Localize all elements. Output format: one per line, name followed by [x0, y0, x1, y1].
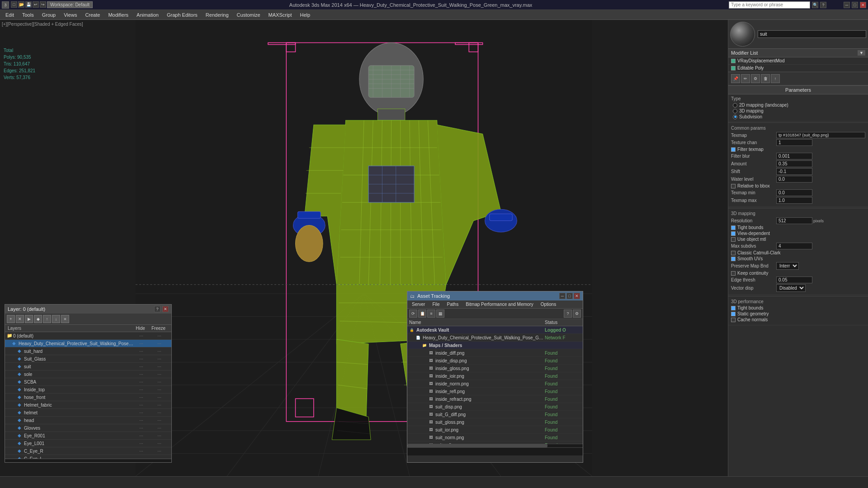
view-dependent-cb[interactable] [731, 231, 736, 236]
layer-select-btn[interactable]: ◆ [34, 315, 42, 323]
asset-close-btn[interactable]: ✕ [574, 293, 580, 299]
use-object-mtl-cb[interactable] [731, 237, 736, 242]
static-geometry-cb[interactable] [731, 312, 736, 316]
layer-row[interactable]: ◆Glovves······ [5, 424, 171, 432]
asset-menu-server[interactable]: Server [409, 301, 428, 307]
workspace-selector[interactable]: Workspace: Default [47, 1, 93, 8]
layer-row[interactable]: ◆suit_hard······ [5, 347, 171, 355]
layer-row[interactable]: ◆sole······ [5, 371, 171, 378]
modifier-list-dropdown-btn[interactable]: ▼ [858, 50, 865, 56]
asset-btn1[interactable]: ⟳ [409, 310, 417, 318]
asset-row[interactable]: 🖼inside_norm.pngFound [407, 380, 583, 388]
classic-catmull-cb[interactable] [731, 251, 736, 255]
layer-new-btn[interactable]: + [7, 315, 15, 323]
layer-row[interactable]: 📁0 (default)······ [5, 332, 171, 340]
radio-2d-mapping[interactable]: 2D mapping (landscape) [733, 103, 865, 108]
asset-row[interactable]: 🖼suit_G_diff.pngFound [407, 411, 583, 418]
radio-3d-mapping[interactable]: 3D mapping [733, 108, 865, 113]
menu-customize[interactable]: Customize [233, 11, 264, 19]
maximize-btn[interactable]: □ [852, 2, 858, 8]
radio-subdivision[interactable]: Subdivision [733, 114, 865, 119]
menu-help[interactable]: Help [297, 11, 314, 19]
asset-restore-btn[interactable]: □ [566, 293, 573, 299]
layer-row[interactable]: ◆Helmet_fabric······ [5, 401, 171, 409]
asset-row[interactable]: 🔒Autodesk VaultLogged O [407, 326, 583, 334]
modifier-vray-disp[interactable]: VRayDisplacementMod [728, 57, 868, 65]
menu-edit[interactable]: Edit [2, 11, 18, 19]
mod-config-btn[interactable]: ⚙ [751, 74, 760, 83]
mod-edit-btn[interactable]: ✏ [741, 74, 750, 83]
radio-3d-dot[interactable] [733, 109, 737, 113]
menu-maxscript[interactable]: MAXScript [265, 11, 296, 19]
layer-row[interactable]: ◆C_Eye_R······ [5, 447, 171, 455]
radio-2d-dot[interactable] [733, 103, 737, 108]
layer-add-btn[interactable]: ▶ [25, 315, 33, 323]
layers-close-btn[interactable]: ✕ [162, 306, 169, 312]
close-btn[interactable]: ✕ [860, 2, 866, 8]
perf-tight-bounds-cb[interactable] [731, 306, 736, 310]
menu-tools[interactable]: Tools [19, 11, 38, 19]
menu-group[interactable]: Group [38, 11, 60, 19]
asset-menu-paths[interactable]: Paths [444, 301, 462, 307]
asset-menu-options[interactable]: Options [538, 301, 559, 307]
menu-views[interactable]: Views [60, 11, 80, 19]
menu-create[interactable]: Create [81, 11, 104, 19]
modifier-search-input[interactable] [758, 30, 866, 38]
texmap-max-input[interactable] [776, 197, 812, 204]
asset-row[interactable]: 🖼inside_diff.pngFound [407, 349, 583, 357]
asset-btn3[interactable]: ≡ [427, 310, 435, 318]
asset-btn4[interactable]: ▦ [436, 310, 444, 318]
layer-row[interactable]: ◆Eye_L001······ [5, 440, 171, 447]
layer-row[interactable]: ◆C_Eye_L······ [5, 455, 171, 459]
max-subdivs-input[interactable] [776, 243, 812, 249]
asset-row[interactable]: 🖼inside_refl.pngFound [407, 388, 583, 395]
asset-row[interactable]: 🖼inside_refract.pngFound [407, 395, 583, 403]
vector-disp-select[interactable]: Disabled [776, 284, 806, 292]
mod-up-btn[interactable]: ↑ [771, 74, 780, 83]
asset-help-btn[interactable]: ? [564, 310, 572, 318]
keep-continuity-cb[interactable] [731, 271, 736, 276]
cache-normals-cb[interactable] [731, 318, 736, 322]
search-input[interactable] [729, 1, 810, 9]
radio-subdivision-dot[interactable] [733, 115, 737, 119]
layer-row[interactable]: ◆Eye_R001······ [5, 432, 171, 440]
asset-row[interactable]: 🖼inside_gloss.pngFound [407, 365, 583, 372]
asset-btn2[interactable]: 📋 [418, 310, 426, 318]
resolution-input[interactable] [776, 217, 812, 224]
filter-blur-input[interactable] [776, 153, 812, 160]
layers-scrollbar[interactable] [5, 459, 171, 462]
modifier-checkbox[interactable] [731, 59, 736, 63]
preserve-map-select[interactable]: Interr [776, 262, 799, 270]
app-icon[interactable]: 3 [2, 1, 9, 9]
edge-thresh-input[interactable] [776, 277, 812, 283]
asset-row[interactable]: 📁Maps / Shaders [407, 342, 583, 349]
asset-row[interactable]: 📄Heavy_Duty_Chemical_Protective_Suit_Wal… [407, 334, 583, 342]
undo-btn[interactable]: ↩ [33, 1, 39, 8]
menu-graph-editors[interactable]: Graph Editors [163, 11, 201, 19]
layer-row[interactable]: ◆SCBA······ [5, 378, 171, 386]
layer-row[interactable]: ◆hose_front······ [5, 394, 171, 401]
filter-texmap-cb[interactable] [731, 147, 736, 152]
layer-row[interactable]: ◆Inside_top······ [5, 386, 171, 394]
texture-chan-input[interactable] [776, 139, 812, 146]
layer-row[interactable]: ◆head······ [5, 417, 171, 424]
relative-bbox-cb[interactable] [731, 184, 736, 188]
menu-rendering[interactable]: Rendering [202, 11, 232, 19]
layer-row[interactable]: ◆Suit_Glass······ [5, 355, 171, 363]
layer-row[interactable]: ◆helmet······ [5, 409, 171, 417]
viewport[interactable]: [+][Perspective][Shaded + Edged Faces] T… [0, 20, 728, 476]
layer-del-btn[interactable]: ✕ [16, 315, 24, 323]
asset-row[interactable]: 🖼suit_disp.pngFound [407, 403, 583, 411]
asset-minimize-btn[interactable]: ─ [559, 293, 566, 299]
mod-pin-btn[interactable]: 📌 [731, 74, 740, 83]
layer-row[interactable]: ◆Heavy_Duty_Chemical_Protective_Suit_Wal… [5, 340, 171, 347]
asset-row[interactable]: 🖼suit_ior.pngFound [407, 426, 583, 434]
menu-animation[interactable]: Animation [133, 11, 162, 19]
layer-sort-btn[interactable]: ↓ [52, 315, 60, 323]
amount-input[interactable] [776, 160, 812, 167]
tight-bounds-cb[interactable] [731, 225, 736, 230]
layer-row[interactable]: ◆suit······ [5, 363, 171, 371]
modifier-checkbox-2[interactable] [731, 66, 736, 70]
minimize-btn[interactable]: ─ [844, 2, 850, 8]
modifier-editable-poly[interactable]: Editable Poly [728, 65, 868, 72]
